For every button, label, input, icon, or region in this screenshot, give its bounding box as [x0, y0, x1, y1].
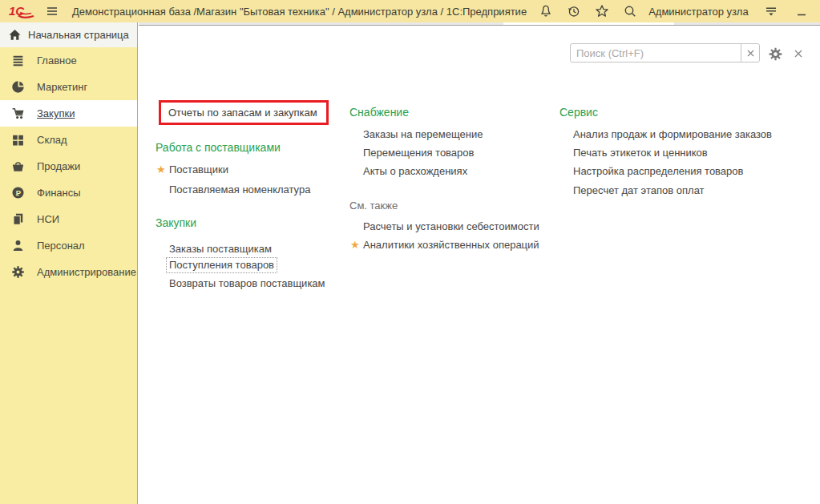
sidebar-item-home[interactable]: Начальная страница	[0, 22, 137, 47]
commands-panel: Отчеты по запасам и закупкам Работа с по…	[139, 25, 820, 504]
favorite-star-icon[interactable]: ★	[156, 163, 166, 176]
gear-icon	[11, 265, 25, 279]
function-search	[570, 43, 760, 62]
command-distribution-settings[interactable]: Настройка распределения товаров	[573, 165, 743, 178]
sidebar-item-label: Главное	[37, 54, 77, 67]
history-icon[interactable]	[565, 2, 583, 20]
basket-icon	[11, 159, 25, 173]
sidebar-item-label: Начальная страница	[28, 29, 129, 41]
sidebar-item-label: НСИ	[37, 213, 59, 225]
command-discrepancy-acts[interactable]: Акты о расхождениях	[363, 165, 467, 178]
notifications-bell-icon[interactable]	[537, 2, 555, 20]
main-menu-icon[interactable]	[43, 2, 61, 20]
sidebar-item-warehouse[interactable]: Склад	[0, 127, 137, 153]
section-header-purchases: Закупки	[156, 216, 196, 230]
search-icon[interactable]	[621, 2, 639, 20]
svg-text:P: P	[16, 188, 22, 197]
current-user: Администратор узла	[648, 6, 749, 18]
titlebar-tools: Администратор узла	[527, 2, 820, 20]
sidebar-item-label: Продажи	[37, 160, 80, 172]
sidebar-item-purchases[interactable]: Закупки	[0, 100, 137, 127]
sidebar-item-label: Маркетинг	[37, 81, 87, 93]
sidebar-item-marketing[interactable]: Маркетинг	[0, 74, 137, 100]
service-menu-icon[interactable]	[762, 2, 780, 20]
section-header-supply: Снабжение	[349, 106, 409, 119]
minimize-icon[interactable]	[793, 2, 810, 20]
sidebar-item-administration[interactable]: Администрирование	[0, 259, 137, 285]
section-header-suppliers-work: Работа с поставщиками	[156, 141, 281, 155]
favorite-star-icon[interactable]: ★	[350, 239, 360, 252]
sections-list-icon	[11, 54, 25, 67]
sidebar-item-main[interactable]: Главное	[0, 47, 137, 74]
command-label: Отчеты по запасам и закупкам	[161, 107, 317, 119]
favorites-star-icon[interactable]	[593, 2, 611, 20]
pie-chart-icon	[11, 80, 25, 94]
command-print-labels[interactable]: Печать этикеток и ценников	[573, 147, 708, 159]
sidebar-item-sales[interactable]: Продажи	[0, 153, 137, 179]
command-cost-calculations[interactable]: Расчеты и установки себестоимости	[363, 220, 539, 233]
panel-settings-gear-icon[interactable]	[766, 45, 784, 62]
person-icon	[11, 239, 25, 252]
search-input[interactable]	[571, 44, 741, 62]
section-header-service: Сервис	[559, 106, 598, 119]
command-returns-to-suppliers[interactable]: Возвраты товаров поставщикам	[169, 277, 325, 290]
home-icon	[8, 28, 22, 42]
documents-icon	[11, 212, 25, 226]
command-supplied-nomenclature[interactable]: Поставляемая номенклатура	[169, 183, 310, 196]
ruble-coin-icon: P	[11, 186, 25, 200]
svg-text:1С: 1С	[9, 4, 25, 18]
command-goods-receipts[interactable]: Поступления товаров	[166, 257, 277, 273]
command-suppliers[interactable]: Поставщики	[169, 163, 228, 176]
warehouse-grid-icon	[11, 133, 25, 147]
section-header-see-also: См. также	[349, 199, 398, 212]
command-transfer-orders[interactable]: Заказы на перемещение	[363, 128, 483, 141]
command-sales-analysis[interactable]: Анализ продаж и формирование заказов	[573, 128, 772, 141]
sidebar-item-label: Администрирование	[37, 266, 136, 278]
highlighted-command-reports[interactable]: Отчеты по запасам и закупкам	[159, 100, 329, 125]
sidebar-item-label: Финансы	[37, 187, 81, 199]
sidebar-item-label: Склад	[37, 134, 67, 146]
sidebar-item-nsi[interactable]: НСИ	[0, 206, 137, 232]
sidebar-item-finance[interactable]: P Финансы	[0, 179, 137, 206]
window-title: Демонстрационная база /Магазин "Бытовая …	[72, 6, 527, 18]
command-business-analytics[interactable]: Аналитики хозяйственных операций	[363, 239, 539, 252]
shopping-cart-icon	[11, 107, 25, 120]
app-window: 1С Демонстрационная база /Магазин "Бытов…	[0, 0, 820, 504]
sidebar-item-personnel[interactable]: Персонал	[0, 232, 137, 259]
sidebar-item-label: Персонал	[37, 240, 85, 252]
command-supplier-orders[interactable]: Заказы поставщикам	[169, 243, 272, 256]
command-recalc-payment-dates[interactable]: Пересчет дат этапов оплат	[573, 184, 705, 197]
sidebar-item-label: Закупки	[37, 107, 75, 119]
1c-logo-icon: 1С	[8, 2, 37, 20]
search-clear-icon[interactable]	[741, 44, 759, 62]
titlebar: 1С Демонстрационная база /Магазин "Бытов…	[0, 0, 820, 22]
main-panel: Отчеты по запасам и закупкам Работа с по…	[137, 22, 820, 504]
panel-close-icon[interactable]	[792, 47, 805, 60]
command-goods-transfers[interactable]: Перемещения товаров	[363, 147, 474, 159]
sidebar: Начальная страница Главное Маркетинг З	[0, 22, 137, 504]
